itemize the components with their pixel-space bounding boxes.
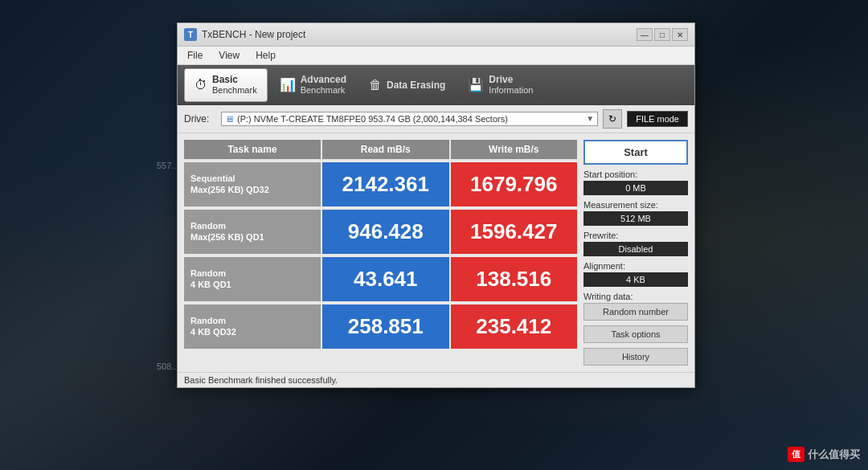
dropdown-arrow-icon: ▼ <box>586 114 594 123</box>
start-position-label: Start position: <box>583 170 688 179</box>
task-options-button[interactable]: Task options <box>583 325 688 343</box>
window-controls: — □ ✕ <box>637 28 688 41</box>
right-panel: Start Start position: 0 MB Measurement s… <box>583 140 688 366</box>
app-icon: T <box>184 28 197 41</box>
results-table: Task name Read mB/s Write mB/s Sequentia… <box>184 140 577 366</box>
row-2-label: Random Max(256 KB) QD1 <box>184 210 321 254</box>
status-bar: Basic Benchmark finished successfully. <box>178 372 694 387</box>
main-content: Task name Read mB/s Write mB/s Sequentia… <box>178 133 694 372</box>
status-text: Basic Benchmark finished successfully. <box>184 375 338 385</box>
minimize-button[interactable]: — <box>637 28 653 41</box>
data-erasing-icon: 🗑 <box>369 78 382 92</box>
row-3-label: Random 4 KB QD1 <box>184 257 321 301</box>
col-header-read: Read mB/s <box>322 140 449 159</box>
watermark: 值 什么值得买 <box>788 447 860 462</box>
drive-selector[interactable]: 🖥 (P:) NVMe T-CREATE TM8FPE0 953.74 GB (… <box>221 112 598 126</box>
measurement-size-value[interactable]: 512 MB <box>583 211 688 226</box>
drive-select-text: (P:) NVMe T-CREATE TM8FPE0 953.74 GB (2,… <box>237 114 583 124</box>
row-4-read: 258.851 <box>322 304 449 349</box>
tab-advanced-benchmark[interactable]: 📊 AdvancedBenchmark <box>269 68 357 102</box>
prewrite-value[interactable]: Disabled <box>583 242 688 256</box>
row-2-read: 946.428 <box>322 210 449 254</box>
start-position-section: Start position: 0 MB <box>583 170 688 195</box>
row-3-read: 43.641 <box>322 257 449 301</box>
history-button[interactable]: History <box>583 348 688 366</box>
maximize-button[interactable]: □ <box>654 28 670 41</box>
app-window: T TxBENCH - New project — □ ✕ File View … <box>177 22 695 388</box>
data-erasing-label: Data Erasing <box>387 80 445 91</box>
drive-select-icon: 🖥 <box>225 114 234 124</box>
start-position-value[interactable]: 0 MB <box>583 181 688 195</box>
basic-benchmark-icon: ⏱ <box>194 78 207 92</box>
menu-view[interactable]: View <box>215 48 243 63</box>
prewrite-section: Prewrite: Disabled <box>583 231 688 256</box>
menu-bar: File View Help <box>178 47 694 65</box>
row-2-write: 1596.427 <box>451 210 578 254</box>
row-1-write: 1679.796 <box>451 162 578 206</box>
watermark-text: 什么值得买 <box>808 448 860 462</box>
tab-data-erasing[interactable]: 🗑 Data Erasing <box>358 68 456 102</box>
watermark-logo: 值 <box>788 447 805 462</box>
start-button[interactable]: Start <box>583 140 688 165</box>
drive-label: Drive: <box>184 113 216 125</box>
file-mode-button[interactable]: FILE mode <box>627 111 688 127</box>
table-row: Random 4 KB QD32 258.851 235.412 <box>184 304 577 349</box>
writing-data-label: Writing data: <box>583 292 688 301</box>
close-button[interactable]: ✕ <box>672 28 688 41</box>
left-number-2: 508... <box>157 362 179 371</box>
advanced-benchmark-icon: 📊 <box>280 77 296 92</box>
left-number-1: 557... <box>157 161 179 170</box>
title-bar-left: T TxBENCH - New project <box>184 28 305 41</box>
alignment-value[interactable]: 4 KB <box>583 272 688 287</box>
drive-information-label: DriveInformation <box>489 74 533 96</box>
writing-data-section: Writing data: Random number <box>583 292 688 321</box>
prewrite-label: Prewrite: <box>583 231 688 240</box>
row-3-write: 138.516 <box>451 257 578 301</box>
window-title: TxBENCH - New project <box>202 29 305 40</box>
col-header-task: Task name <box>184 140 321 159</box>
table-row: Random Max(256 KB) QD1 946.428 1596.427 <box>184 210 577 254</box>
measurement-size-label: Measurement size: <box>583 200 688 210</box>
drive-bar: Drive: 🖥 (P:) NVMe T-CREATE TM8FPE0 953.… <box>178 105 694 133</box>
table-header: Task name Read mB/s Write mB/s <box>184 140 577 159</box>
toolbar: ⏱ BasicBenchmark 📊 AdvancedBenchmark 🗑 D… <box>178 65 694 105</box>
menu-file[interactable]: File <box>184 48 206 63</box>
row-4-write: 235.412 <box>451 304 578 349</box>
row-4-label: Random 4 KB QD32 <box>184 304 321 349</box>
alignment-label: Alignment: <box>583 261 688 271</box>
menu-help[interactable]: Help <box>252 48 279 63</box>
drive-reload-button[interactable]: ↻ <box>603 109 622 129</box>
measurement-size-section: Measurement size: 512 MB <box>583 200 688 226</box>
table-row: Random 4 KB QD1 43.641 138.516 <box>184 257 577 301</box>
writing-data-button[interactable]: Random number <box>583 303 688 321</box>
tab-basic-benchmark[interactable]: ⏱ BasicBenchmark <box>184 68 268 102</box>
basic-benchmark-label: BasicBenchmark <box>212 74 257 96</box>
col-header-write: Write mB/s <box>451 140 578 159</box>
row-1-label: Sequential Max(256 KB) QD32 <box>184 162 321 206</box>
alignment-section: Alignment: 4 KB <box>583 261 688 287</box>
tab-drive-information[interactable]: 💾 DriveInformation <box>457 68 543 102</box>
row-1-read: 2142.361 <box>322 162 449 206</box>
title-bar: T TxBENCH - New project — □ ✕ <box>178 23 694 47</box>
table-row: Sequential Max(256 KB) QD32 2142.361 167… <box>184 162 577 206</box>
advanced-benchmark-label: AdvancedBenchmark <box>301 74 346 96</box>
drive-information-icon: 💾 <box>468 77 484 92</box>
